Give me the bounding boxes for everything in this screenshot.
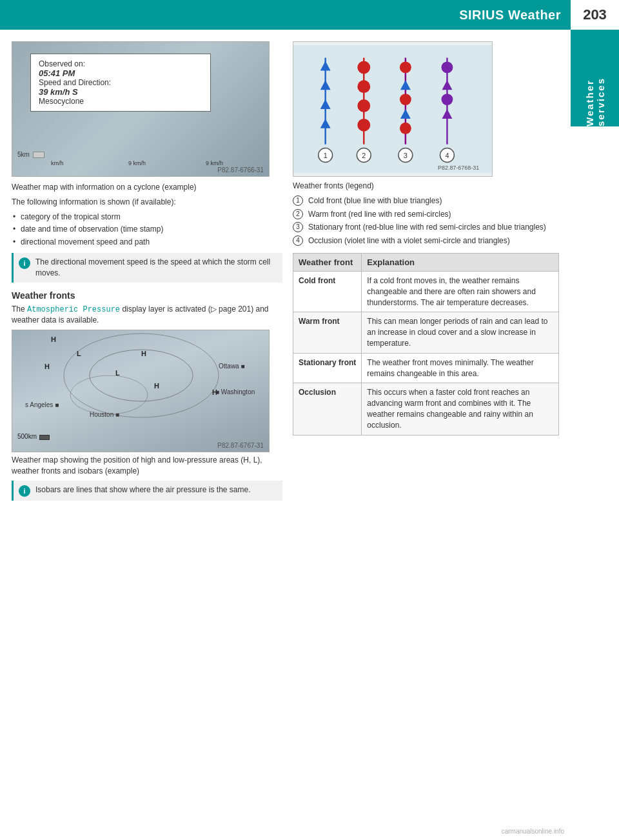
map-isobars-svg: [12, 330, 269, 452]
svg-point-19: [400, 123, 411, 134]
svg-point-15: [400, 61, 411, 73]
watermark: carmanualsonline.info: [502, 828, 564, 835]
svg-point-10: [357, 61, 370, 74]
page-number-box: 203: [571, 0, 619, 30]
following-info-caption: The following information is shown (if a…: [12, 197, 282, 208]
info-text-2: Isobars are lines that show where the ai…: [35, 485, 251, 497]
left-column: • Odum 5km km/h 9 km/h 9 km/h Observed o…: [12, 41, 282, 505]
explanation-cell: This can mean longer periods of rain and…: [362, 312, 559, 353]
front-cell: Stationary front: [293, 353, 362, 383]
type-label: Mesocyclone: [39, 97, 202, 106]
svg-point-2: [70, 375, 148, 414]
page-number: 203: [583, 6, 607, 23]
table-row: Cold front If a cold front moves in, the…: [293, 271, 559, 312]
mono-highlight: Atmospheric Pressure: [27, 305, 120, 314]
legend-list: 1 Cold front (blue line with blue triang…: [293, 195, 559, 246]
list-item: category of the tropical storm: [12, 212, 282, 223]
list-item: directional movement speed and path: [12, 237, 282, 248]
weather-table: Weather front Explanation Cold front If …: [293, 253, 559, 435]
svg-point-21: [442, 61, 453, 73]
cyclone-screenshot: • Odum 5km km/h 9 km/h 9 km/h Observed o…: [12, 41, 270, 177]
legend-num-1: 1: [293, 195, 303, 206]
front-cell: Warm front: [293, 312, 362, 353]
main-content: • Odum 5km km/h 9 km/h 9 km/h Observed o…: [0, 30, 571, 516]
svg-point-17: [400, 94, 411, 105]
svg-point-1: [64, 334, 219, 417]
table-header-front: Weather front: [293, 253, 362, 271]
bullet-list: category of the tropical storm date and …: [12, 212, 282, 248]
table-header-explanation: Explanation: [362, 253, 559, 271]
legend-num-3: 3: [293, 222, 303, 232]
sidebar-color-bar: Weather services: [571, 30, 619, 126]
svg-point-12: [357, 99, 370, 112]
table-row: Warm front This can mean longer periods …: [293, 312, 559, 353]
map-ref: P82.87-6767-31: [217, 442, 264, 449]
svg-text:1: 1: [324, 152, 328, 159]
legend-num-2: 2: [293, 209, 303, 219]
svg-text:2: 2: [362, 152, 366, 159]
table-row: Stationary front The weather front moves…: [293, 353, 559, 383]
map-caption: Weather map showing the position of high…: [12, 455, 282, 477]
table-row: Occlusion This occurs when a faster cold…: [293, 383, 559, 435]
legend-num-4: 4: [293, 235, 303, 246]
speed-value: 39 km/h S: [39, 87, 202, 97]
front-cell: Cold front: [293, 271, 362, 312]
legend-item-2: 2 Warm front (red line with red semi-cir…: [293, 209, 559, 220]
svg-text:P82.87-6768-31: P82.87-6768-31: [438, 165, 479, 171]
svg-point-13: [357, 119, 370, 132]
observed-label: Observed on:: [39, 59, 202, 68]
svg-point-23: [442, 94, 453, 105]
info-box-1: i The directional movement speed is the …: [12, 253, 282, 283]
info-text-1: The directional movement speed is the sp…: [35, 257, 277, 279]
fronts-diagram: 1 2 3 4 P82.87-6768-31: [293, 41, 493, 177]
fronts-caption: Weather fronts (legend): [293, 181, 559, 192]
svg-text:4: 4: [445, 152, 449, 159]
observed-value: 05:41 PM: [39, 68, 202, 78]
speed-label: Speed and Direction:: [39, 78, 202, 87]
svg-text:3: 3: [404, 152, 408, 159]
cyclone-info-box: Observed on: 05:41 PM Speed and Directio…: [30, 54, 211, 112]
info-icon-1: i: [19, 257, 30, 269]
header-title: SIRIUS Weather: [459, 8, 561, 23]
svg-point-11: [357, 80, 370, 93]
legend-item-3: 3 Stationary front (red-blue line with r…: [293, 222, 559, 233]
explanation-cell: The weather front moves minimally. The w…: [362, 353, 559, 383]
explanation-cell: This occurs when a faster cold front rea…: [362, 383, 559, 435]
weather-fronts-heading: Weather fronts: [12, 290, 282, 301]
fronts-svg: 1 2 3 4 P82.87-6768-31: [293, 42, 492, 176]
weather-fronts-para: The Atmospheric Pressure display layer i…: [12, 304, 282, 326]
front-cell: Occlusion: [293, 383, 362, 435]
legend-item-4: 4 Occlusion (violet line with a violet s…: [293, 235, 559, 246]
list-item: date and time of observation (time stamp…: [12, 224, 282, 235]
info-icon-2: i: [19, 485, 30, 497]
header-bar: SIRIUS Weather 203: [0, 0, 619, 30]
explanation-cell: If a cold front moves in, the weather re…: [362, 271, 559, 312]
map-screenshot: H L H L H H H Ottawa ■ ■ Washington s An…: [12, 330, 270, 452]
legend-item-1: 1 Cold front (blue line with blue triang…: [293, 195, 559, 206]
cyclone-ref: P82.87-6766-31: [217, 166, 264, 174]
right-column: 1 2 3 4 P82.87-6768-31 Weather fronts (l…: [293, 41, 559, 505]
info-box-2: i Isobars are lines that show where the …: [12, 481, 282, 501]
sidebar-label-text: Weather services: [584, 30, 606, 126]
cyclone-caption: Weather map with information on a cyclon…: [12, 182, 282, 193]
two-column-layout: • Odum 5km km/h 9 km/h 9 km/h Observed o…: [12, 41, 559, 505]
